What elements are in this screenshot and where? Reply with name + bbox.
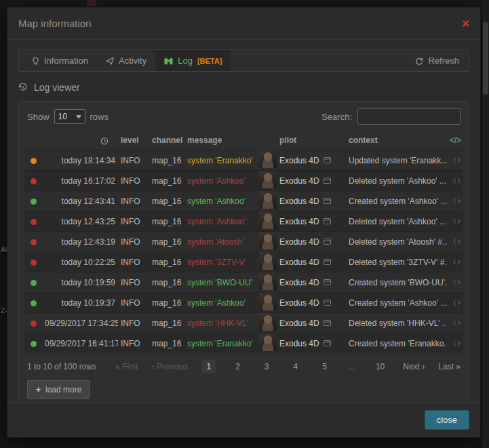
message-cell: system 'Ashkoo' (184, 191, 256, 211)
rows-label: rows (90, 112, 109, 122)
pagination-page-1[interactable]: 1 (201, 360, 216, 373)
context-cell: Deleted system 'Ashkoo' ... (346, 171, 447, 191)
tab-information[interactable]: Information (23, 50, 97, 71)
page-scrollbar-track[interactable] (482, 0, 489, 448)
table-controls: Show 10 rows Search: (24, 108, 463, 125)
close-icon[interactable]: × (462, 17, 469, 30)
column-header-status[interactable] (24, 131, 42, 150)
pilot-info-icon[interactable] (324, 300, 331, 306)
pilot-info-icon[interactable] (324, 198, 331, 204)
avatar-cell (256, 333, 277, 354)
map-information-dialog: Map information × Information Activity (7, 7, 481, 438)
column-header-avatar[interactable] (256, 131, 277, 150)
message-cell: system 'Eranakko' (184, 150, 256, 171)
page-size-value: 10 (58, 112, 67, 121)
row-code-icon[interactable] (447, 333, 463, 354)
column-header-channel[interactable]: channel (149, 131, 184, 150)
timestamp-cell: today 12:43:19 (42, 232, 118, 252)
search-input[interactable] (357, 108, 461, 125)
column-header-context[interactable]: context (346, 131, 447, 150)
pagination-previous[interactable]: ‹ Previous (151, 362, 188, 371)
column-header-code[interactable]: </> (447, 131, 463, 150)
refresh-button[interactable]: Refresh (410, 56, 465, 66)
context-cell: Updated system 'Eranakk... (346, 150, 447, 171)
channel-cell: map_16 (149, 313, 184, 333)
pagination-last[interactable]: Last » (438, 362, 461, 371)
pilot-avatar (259, 313, 277, 331)
row-code-icon[interactable] (447, 191, 463, 211)
history-icon (18, 83, 28, 92)
tab-label: Activity (119, 56, 146, 66)
log-table: level channel message pilot context </> … (24, 131, 463, 353)
pilot-name: Exodus 4D (279, 278, 319, 287)
column-header-level[interactable]: level (118, 131, 149, 150)
channel-cell: map_16 (149, 211, 184, 232)
refresh-label: Refresh (428, 56, 459, 66)
level-cell: INFO (118, 252, 149, 272)
close-button[interactable]: close (425, 410, 469, 430)
row-code-icon[interactable] (447, 150, 463, 171)
channel-cell: map_16 (149, 171, 184, 191)
pilot-avatar (259, 211, 277, 229)
row-code-icon[interactable] (447, 252, 463, 272)
pagination-page-5[interactable]: 5 (317, 360, 332, 373)
show-label: Show (27, 112, 50, 122)
context-cell: Deleted system 'Atoosh' #... (346, 232, 447, 252)
row-code-icon[interactable] (447, 272, 463, 293)
pagination-next[interactable]: Next › (403, 362, 425, 371)
row-code-icon[interactable] (447, 293, 463, 313)
channel-cell: map_16 (149, 333, 184, 354)
paper-plane-icon (106, 57, 114, 65)
status-dot-icon (31, 239, 37, 245)
column-header-pilot[interactable]: pilot (277, 131, 346, 150)
pilot-cell: Exodus 4D (277, 313, 346, 333)
pagination-page-3[interactable]: 3 (260, 360, 274, 373)
pilot-info-icon[interactable] (324, 320, 331, 326)
pilot-info-icon[interactable] (324, 239, 331, 245)
pagination-pages: 12345...10 (201, 360, 389, 373)
pagination-page-10[interactable]: 10 (371, 360, 389, 373)
dialog-title: Map information (18, 18, 92, 29)
level-cell: INFO (118, 232, 149, 252)
pilot-info-icon[interactable] (324, 178, 331, 184)
load-more-button[interactable]: + load more (27, 380, 90, 399)
row-code-icon[interactable] (447, 313, 463, 333)
tab-label: Log (178, 56, 193, 66)
pagination-page-4[interactable]: 4 (289, 360, 303, 373)
status-dot-icon (31, 199, 37, 205)
row-code-icon[interactable] (447, 211, 463, 232)
pilot-info-icon[interactable] (324, 157, 331, 163)
pilot-info-icon[interactable] (324, 279, 331, 285)
avatar-cell (256, 313, 277, 333)
page-size-select[interactable]: 10 (54, 109, 85, 124)
avatar-cell (256, 232, 277, 252)
tab-log[interactable]: Log [BETA] (155, 50, 231, 71)
avatar-cell (256, 150, 277, 171)
channel-cell: map_16 (149, 150, 184, 171)
status-dot-icon (31, 219, 37, 225)
status-cell (24, 333, 42, 354)
pilot-name: Exodus 4D (279, 339, 319, 348)
column-header-time[interactable] (42, 131, 118, 150)
timestamp-cell: today 12:43:41 (42, 191, 118, 211)
tab-activity[interactable]: Activity (97, 50, 155, 71)
message-cell: system 'BWO-UU' (184, 272, 256, 293)
pagination-row: 1 to 10 of 100 rows « First ‹ Previous 1… (24, 360, 463, 373)
pagination-first[interactable]: « First (115, 362, 138, 371)
page-size-group: Show 10 rows (27, 109, 109, 124)
pilot-avatar (259, 191, 277, 209)
page-scrollbar-thumb[interactable] (483, 22, 488, 95)
pagination-page-2[interactable]: 2 (231, 360, 245, 373)
pilot-info-icon[interactable] (324, 259, 331, 265)
pagination-ellipsis: ... (347, 360, 356, 373)
log-table-panel: Show 10 rows Search: (18, 101, 469, 402)
log-viewer-heading: Log viewer (18, 82, 469, 93)
status-dot-icon (31, 280, 37, 286)
column-header-message[interactable]: message (184, 131, 256, 150)
table-header-row: level channel message pilot context </> (24, 131, 463, 150)
pilot-info-icon[interactable] (324, 340, 331, 346)
pilot-cell: Exodus 4D (277, 333, 346, 354)
row-code-icon[interactable] (447, 232, 463, 252)
pilot-info-icon[interactable] (324, 218, 331, 224)
row-code-icon[interactable] (447, 171, 463, 191)
